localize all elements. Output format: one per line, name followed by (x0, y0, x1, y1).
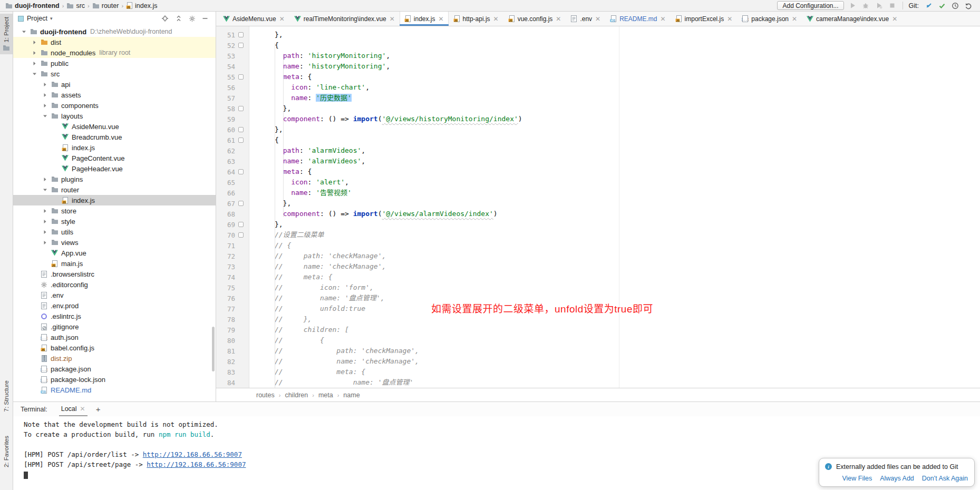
tree-item-asidemenu.vue[interactable]: AsideMenu.vue (13, 121, 216, 132)
fold-marker-icon[interactable] (238, 74, 244, 80)
chevron-down-icon[interactable] (41, 114, 50, 119)
gear-icon[interactable] (189, 15, 196, 22)
editor-breadcrumb-item[interactable]: children (285, 391, 308, 399)
new-terminal-icon[interactable]: + (96, 405, 101, 414)
breadcrumb-item[interactable]: src (66, 2, 85, 9)
close-icon[interactable]: ✕ (792, 16, 797, 22)
tree-item-.env[interactable]: .env (13, 290, 216, 300)
tree-item-dist.zip[interactable]: dist.zip (13, 353, 216, 364)
tool-window-button-structure[interactable]: 7: Structure (0, 380, 13, 411)
chevron-right-icon[interactable] (30, 40, 39, 45)
hide-panel-icon[interactable] (202, 15, 208, 22)
close-icon[interactable]: ✕ (727, 16, 732, 22)
git-rollback-icon[interactable] (964, 1, 973, 10)
chevron-right-icon[interactable] (41, 230, 50, 234)
chevron-right-icon[interactable] (41, 177, 50, 182)
chevron-right-icon[interactable] (30, 51, 39, 55)
tree-item-.browserslistrc[interactable]: .browserslistrc (13, 269, 216, 279)
fold-marker-icon[interactable] (238, 201, 244, 206)
chevron-right-icon[interactable] (41, 219, 50, 224)
tree-item-package-lock.json[interactable]: {..}package-lock.json (13, 374, 216, 385)
editor-tab-readme.md[interactable]: MDREADME.md✕ (605, 12, 670, 26)
breadcrumb-item[interactable]: duoji-frontend (5, 2, 60, 9)
git-history-icon[interactable] (950, 1, 959, 10)
tree-item-duoji-frontend[interactable]: duoji-frontendD:\zheheWeb\duoji-frontend (13, 26, 216, 37)
fold-marker-icon[interactable] (238, 106, 244, 111)
run-with-coverage-icon[interactable] (875, 1, 884, 10)
chevron-down-icon[interactable] (20, 30, 28, 34)
close-icon[interactable]: ✕ (556, 16, 561, 22)
chevron-right-icon[interactable] (41, 93, 50, 97)
project-panel-title[interactable]: Project (27, 15, 47, 22)
tree-item-.eslintrc.js[interactable]: .eslintrc.js (13, 311, 216, 321)
tree-item-store[interactable]: store (13, 205, 216, 216)
fold-marker-icon[interactable] (238, 169, 244, 174)
editor-tab-index.js[interactable]: JSindex.js✕ (400, 12, 449, 26)
breadcrumb-item[interactable]: router (92, 2, 119, 9)
tree-item-readme.md[interactable]: MDREADME.md (13, 385, 216, 395)
close-icon[interactable]: ✕ (595, 16, 600, 22)
tool-window-button-favorites[interactable]: 2: Favorites (0, 436, 13, 467)
editor-breadcrumb-item[interactable]: routes (256, 391, 275, 399)
locate-icon[interactable] (161, 15, 169, 22)
tree-item-views[interactable]: views (13, 237, 216, 248)
fold-marker-icon[interactable] (238, 138, 244, 143)
chevron-right-icon[interactable] (41, 103, 50, 108)
chevron-down-icon[interactable] (41, 188, 50, 192)
chevron-down-icon[interactable]: ▾ (50, 16, 53, 21)
chevron-right-icon[interactable] (41, 209, 50, 213)
close-icon[interactable]: ✕ (661, 16, 666, 22)
chevron-right-icon[interactable] (30, 61, 39, 66)
fold-marker-icon[interactable] (238, 127, 244, 132)
notification-action-don-t-ask-again[interactable]: Don't Ask Again (922, 475, 968, 482)
terminal-tab-local[interactable]: Local ✕ (59, 402, 88, 416)
editor-tab-package.json[interactable]: {..}package.json✕ (737, 12, 802, 26)
tool-window-button-project[interactable]: 1: Project (0, 14, 13, 54)
tree-item-style[interactable]: style (13, 216, 216, 227)
notification-action-always-add[interactable]: Always Add (880, 475, 914, 482)
debug-icon[interactable] (861, 1, 870, 10)
tree-item-node-modules[interactable]: node_moduleslibrary root (13, 47, 216, 58)
tree-item-app.vue[interactable]: App.vue (13, 248, 216, 258)
breadcrumb-item[interactable]: JSindex.js (126, 2, 157, 9)
tree-item-.env.prod[interactable]: .env.prod (13, 300, 216, 311)
close-icon[interactable]: ✕ (892, 16, 897, 22)
tree-item-babel.config.js[interactable]: JSbabel.config.js (13, 342, 216, 353)
tree-item-index.js[interactable]: JSindex.js (13, 142, 216, 153)
tree-item-router[interactable]: router (13, 184, 216, 195)
fold-marker-icon[interactable] (238, 232, 244, 238)
editor-tab-vue.config.js[interactable]: JSvue.config.js✕ (503, 12, 566, 26)
add-configuration-button[interactable]: Add Configuration... (777, 1, 843, 10)
fold-marker-icon[interactable] (238, 32, 244, 37)
close-icon[interactable]: ✕ (80, 405, 85, 413)
close-icon[interactable]: ✕ (439, 16, 444, 22)
close-icon[interactable]: ✕ (493, 16, 499, 22)
tree-item-pageheader.vue[interactable]: PageHeader.vue (13, 163, 216, 174)
close-icon[interactable]: ✕ (279, 16, 285, 22)
tree-item-components[interactable]: components (13, 100, 216, 111)
close-icon[interactable]: ✕ (390, 16, 395, 22)
chevron-down-icon[interactable] (30, 72, 39, 76)
tree-item-layouts[interactable]: layouts (13, 111, 216, 121)
editor-tab-importexcel.js[interactable]: JSimportExcel.js✕ (671, 12, 738, 26)
tree-item-pagecontent.vue[interactable]: PageContent.vue (13, 153, 216, 163)
terminal-link[interactable]: http://192.168.66.56:9007 (143, 450, 242, 458)
collapse-all-icon[interactable] (175, 15, 182, 22)
editor-tab-cameramanage-index.vue[interactable]: cameraManage\index.vue✕ (802, 12, 902, 26)
tree-scrollbar-thumb[interactable] (212, 327, 215, 371)
code-editor[interactable]: 5152535455565758596061626364656667686970… (216, 26, 980, 388)
tree-item-main.js[interactable]: JSmain.js (13, 258, 216, 269)
editor-tab-.env[interactable]: .env✕ (566, 12, 605, 26)
git-commit-icon[interactable] (937, 1, 946, 10)
editor-tab-asidemenu.vue[interactable]: AsideMenu.vue✕ (218, 12, 289, 26)
tree-item-auth.json[interactable]: {..}auth.json (13, 332, 216, 342)
tree-item-dist[interactable]: dist (13, 37, 216, 47)
tree-item-public[interactable]: public (13, 58, 216, 68)
chevron-right-icon[interactable] (41, 82, 50, 87)
tree-item-index.js[interactable]: JSindex.js (13, 195, 216, 205)
fold-marker-icon[interactable] (238, 43, 244, 48)
tree-item-breadcrumb.vue[interactable]: Breadcrumb.vue (13, 132, 216, 142)
tree-item-.gitignore[interactable]: .gitignore (13, 321, 216, 332)
notification-action-view-files[interactable]: View Files (842, 475, 872, 482)
editor-breadcrumb-item[interactable]: meta (318, 391, 333, 399)
